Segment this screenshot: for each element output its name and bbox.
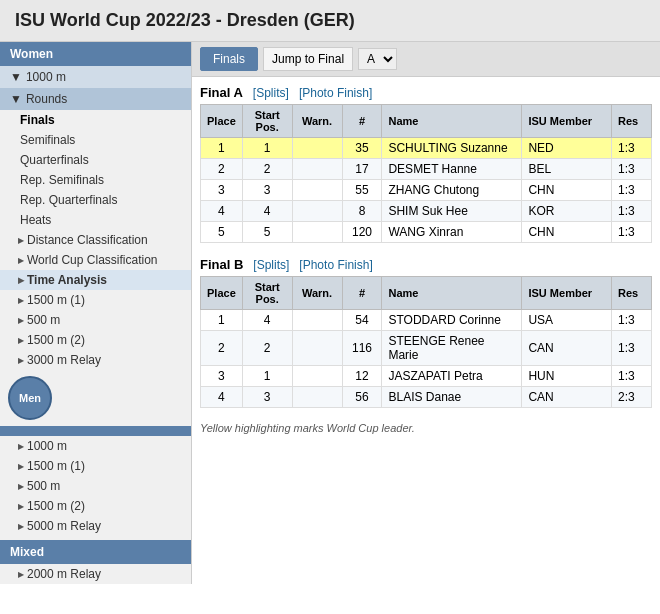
- sidebar-men-1000m[interactable]: ▶ 1000 m: [0, 436, 191, 456]
- cell-num: 116: [342, 331, 382, 366]
- col-num-b: #: [342, 277, 382, 310]
- sidebar-men-1500m-1[interactable]: ▶ 1500 m (1): [0, 456, 191, 476]
- tabs-bar: Finals Jump to Final A: [192, 42, 660, 77]
- final-a-splits-link[interactable]: [Splits]: [253, 86, 289, 100]
- page-title: ISU World Cup 2022/23 - Dresden (GER): [0, 0, 660, 42]
- sidebar-expandable-3000m-relay[interactable]: ▶ 3000 m Relay: [0, 350, 191, 370]
- sidebar-item-rep-semifinals[interactable]: Rep. Semifinals: [0, 170, 191, 190]
- cell-place: 4: [201, 201, 243, 222]
- chevron-right-icon13: ▶: [18, 570, 24, 579]
- cell-num: 12: [342, 366, 382, 387]
- sidebar-men-5000m-relay[interactable]: ▶ 5000 m Relay: [0, 516, 191, 536]
- chevron-down-icon: ▼: [10, 70, 22, 84]
- cell-place: 2: [201, 331, 243, 366]
- table-row: 4 4 8 SHIM Suk Hee KOR 1:3: [201, 201, 652, 222]
- cell-start: 2: [242, 331, 292, 366]
- chevron-right-icon8: ▶: [18, 442, 24, 451]
- jump-select[interactable]: A: [358, 48, 397, 70]
- cell-isu: KOR: [522, 201, 612, 222]
- cell-isu: HUN: [522, 366, 612, 387]
- final-b-title: Final B: [200, 257, 243, 272]
- cell-place: 4: [201, 387, 243, 408]
- cell-res: 1:3: [612, 331, 652, 366]
- cell-place: 1: [201, 310, 243, 331]
- men-button[interactable]: Men: [8, 376, 52, 420]
- sidebar-item-semifinals[interactable]: Semifinals: [0, 130, 191, 150]
- cell-start: 2: [242, 159, 292, 180]
- cell-num: 8: [342, 201, 382, 222]
- chevron-right-icon10: ▶: [18, 482, 24, 491]
- final-b-photo-finish-link[interactable]: [Photo Finish]: [299, 258, 372, 272]
- final-b-splits-link[interactable]: [Splits]: [253, 258, 289, 272]
- sidebar-item-rep-quarterfinals[interactable]: Rep. Quarterfinals: [0, 190, 191, 210]
- cell-start: 1: [242, 138, 292, 159]
- cell-isu: CHN: [522, 180, 612, 201]
- col-warn-a: Warn.: [292, 105, 342, 138]
- final-b-block: Final B [Splits] [Photo Finish] Place St…: [200, 257, 652, 408]
- sidebar-expandable-1500m-2[interactable]: ▶ 1500 m (2): [0, 330, 191, 350]
- chevron-right-icon6: ▶: [18, 336, 24, 345]
- col-name-b: Name: [382, 277, 522, 310]
- table-row: 2 2 17 DESMET Hanne BEL 1:3: [201, 159, 652, 180]
- cell-start: 4: [242, 201, 292, 222]
- sidebar-mixed-2000m-relay[interactable]: ▶ 2000 m Relay: [0, 564, 191, 584]
- chevron-right-icon11: ▶: [18, 502, 24, 511]
- cell-res: 1:3: [612, 180, 652, 201]
- cell-name: BLAIS Danae: [382, 387, 522, 408]
- sidebar-time-analysis[interactable]: ▶ Time Analysis: [0, 270, 191, 290]
- cell-warn: [292, 366, 342, 387]
- final-a-block: Final A [Splits] [Photo Finish] Place St…: [200, 85, 652, 243]
- sidebar-rounds-category[interactable]: ▼ Rounds: [0, 88, 191, 110]
- cell-start: 4: [242, 310, 292, 331]
- cell-name: DESMET Hanne: [382, 159, 522, 180]
- cell-isu: BEL: [522, 159, 612, 180]
- cell-res: 1:3: [612, 138, 652, 159]
- cell-name: STODDARD Corinne: [382, 310, 522, 331]
- table-row: 2 2 116 STEENGE Renee Marie CAN 1:3: [201, 331, 652, 366]
- cell-isu: USA: [522, 310, 612, 331]
- sidebar-item-heats[interactable]: Heats: [0, 210, 191, 230]
- table-row: 3 1 12 JASZAPATI Petra HUN 1:3: [201, 366, 652, 387]
- sidebar-distance-classification[interactable]: ▶ Distance Classification: [0, 230, 191, 250]
- chevron-right-icon4: ▶: [18, 296, 24, 305]
- sidebar-expandable-1500m-1[interactable]: ▶ 1500 m (1): [0, 290, 191, 310]
- sidebar-expandable-500m[interactable]: ▶ 500 m: [0, 310, 191, 330]
- col-num-a: #: [342, 105, 382, 138]
- sidebar-item-finals[interactable]: Finals: [0, 110, 191, 130]
- cell-start: 3: [242, 180, 292, 201]
- cell-warn: [292, 180, 342, 201]
- chevron-right-icon: ▶: [18, 236, 24, 245]
- cell-isu: CAN: [522, 387, 612, 408]
- cell-name: JASZAPATI Petra: [382, 366, 522, 387]
- cell-isu: NED: [522, 138, 612, 159]
- cell-res: 2:3: [612, 387, 652, 408]
- tab-finals[interactable]: Finals: [200, 47, 258, 71]
- col-isu-b: ISU Member: [522, 277, 612, 310]
- cell-warn: [292, 331, 342, 366]
- chevron-right-icon3: ▶: [18, 276, 24, 285]
- sidebar-category-1000m[interactable]: ▼ 1000 m: [0, 66, 191, 88]
- cell-res: 1:3: [612, 201, 652, 222]
- sidebar-world-cup-classification[interactable]: ▶ World Cup Classification: [0, 250, 191, 270]
- chevron-right-icon9: ▶: [18, 462, 24, 471]
- table-row: 1 1 35 SCHULTING Suzanne NED 1:3: [201, 138, 652, 159]
- cell-name: SHIM Suk Hee: [382, 201, 522, 222]
- table-row: 1 4 54 STODDARD Corinne USA 1:3: [201, 310, 652, 331]
- jump-to-final-button[interactable]: Jump to Final: [263, 47, 353, 71]
- final-a-photo-finish-link[interactable]: [Photo Finish]: [299, 86, 372, 100]
- cell-name: SCHULTING Suzanne: [382, 138, 522, 159]
- cell-start: 5: [242, 222, 292, 243]
- cell-place: 3: [201, 180, 243, 201]
- col-isu-a: ISU Member: [522, 105, 612, 138]
- sidebar-men-1500m-2[interactable]: ▶ 1500 m (2): [0, 496, 191, 516]
- cell-num: 54: [342, 310, 382, 331]
- cell-num: 35: [342, 138, 382, 159]
- col-res-b: Res: [612, 277, 652, 310]
- final-a-title: Final A: [200, 85, 243, 100]
- sidebar-men-500m[interactable]: ▶ 500 m: [0, 476, 191, 496]
- col-start-b: Start Pos.: [242, 277, 292, 310]
- sidebar-item-quarterfinals[interactable]: Quarterfinals: [0, 150, 191, 170]
- cell-start: 1: [242, 366, 292, 387]
- col-warn-b: Warn.: [292, 277, 342, 310]
- note: Yellow highlighting marks World Cup lead…: [200, 422, 652, 434]
